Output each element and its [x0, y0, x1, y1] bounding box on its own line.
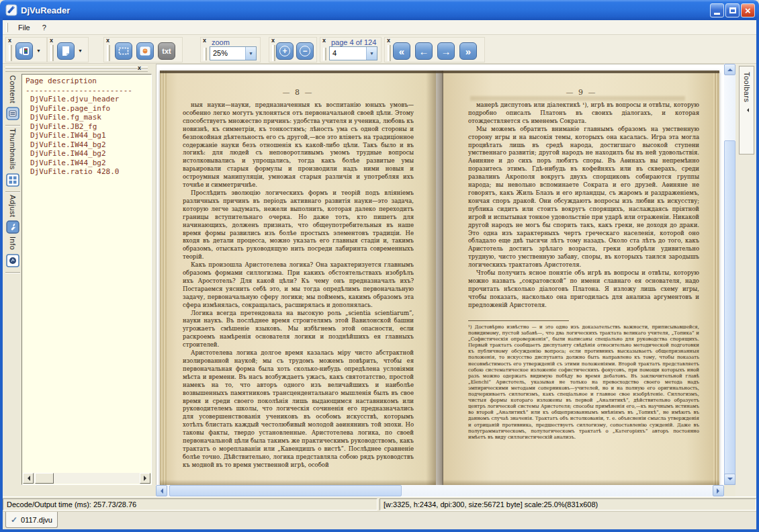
toolbar-close-icon[interactable]: x: [271, 38, 275, 44]
menu-file[interactable]: File: [12, 21, 36, 34]
viewer-vscrollbar[interactable]: [724, 64, 735, 485]
document-viewer[interactable]: — 8 — ныя науки—науки, предназначенныя к…: [156, 64, 724, 485]
scroll-down-button[interactable]: [724, 474, 735, 485]
maximize-icon: [729, 7, 736, 13]
scroll-up-button[interactable]: [724, 64, 735, 75]
toolbar-grip[interactable]: [388, 45, 391, 61]
toolbar-grip[interactable]: [50, 45, 54, 61]
page-combo-dropdown-icon[interactable]: ▼: [366, 47, 377, 60]
scroll-thumb[interactable]: [35, 473, 54, 484]
toolbar-navigation: x « ← → »: [384, 37, 485, 62]
zoom-out-icon: −: [300, 46, 310, 56]
view-mode-button[interactable]: [15, 42, 33, 60]
minimize-button[interactable]: [710, 3, 724, 17]
page-bottom-edge: [443, 480, 719, 485]
panel-item[interactable]: DjVuFile.djvu_header: [26, 95, 150, 104]
tab-separator: [5, 191, 20, 193]
panel-title: Page description: [26, 77, 150, 86]
title-bar[interactable]: DjVuReader ×: [0, 0, 759, 20]
right-strip: Toolbars: [735, 64, 756, 496]
adjust-wrench-icon[interactable]: [6, 220, 19, 234]
viewer-hscrollbar[interactable]: [156, 485, 724, 496]
document-tab[interactable]: ✓ 0117.djvu: [5, 512, 58, 528]
toolbar-page-number: x page 4 of 124 4 ▼: [320, 37, 382, 62]
panel-item[interactable]: DjVuFile.ratio 428.0: [26, 167, 150, 177]
tab-adjust[interactable]: Adjust: [9, 195, 17, 218]
page-value: 4: [330, 47, 366, 60]
page-combo[interactable]: 4 ▼: [329, 46, 377, 60]
page-bottom-edge: [160, 480, 436, 485]
paragraph: Логика всегда претендовала на высокую ро…: [183, 310, 414, 350]
toolbars-tab[interactable]: Toolbars: [739, 66, 754, 154]
toolbar-close-icon[interactable]: x: [8, 38, 11, 44]
scroll-right-button[interactable]: [140, 473, 150, 484]
paragraph: ныя науки—науки, предназначенныя къ восп…: [183, 101, 414, 189]
panel-item[interactable]: DjVuFile.IW44_bg2: [26, 159, 150, 168]
toolbar-grip[interactable]: [204, 48, 207, 60]
info-icon[interactable]: [6, 254, 19, 267]
panel-item[interactable]: DjVuFile.page_info: [26, 104, 150, 114]
panel-item[interactable]: DjVuFile.IW44_bg2: [26, 149, 150, 159]
first-page-button[interactable]: «: [393, 42, 410, 60]
next-page-button[interactable]: →: [437, 42, 455, 60]
toolbar-grip[interactable]: [107, 45, 110, 61]
book-page-right: — 9 — манерѣ диспутовъ или діалектикѣ ¹)…: [443, 71, 719, 485]
menu-help[interactable]: ?: [36, 21, 52, 34]
page-text-right: манерѣ диспутовъ или діалектикѣ ¹), игрѣ…: [468, 101, 699, 310]
toolbar-grip[interactable]: [272, 45, 275, 61]
status-page-info: [w:3325, h:2434, dpi:300, size:56721 byt…: [380, 498, 756, 511]
toolbar-grip[interactable]: [323, 48, 326, 60]
panel-item[interactable]: DjVuFile.IW44_bg1: [26, 131, 150, 140]
panel-item[interactable]: DjVuFile.JB2_fg: [26, 122, 150, 132]
sidebar-grip[interactable]: [5, 66, 148, 72]
content-icon[interactable]: [6, 107, 19, 120]
scroll-right-button[interactable]: [713, 485, 724, 496]
scroll-left-button[interactable]: [156, 485, 167, 496]
zoom-out-button[interactable]: −: [296, 42, 314, 60]
app-icon: [5, 4, 17, 16]
toolbar-close-icon[interactable]: x: [106, 38, 109, 44]
zoom-value: 25%: [210, 47, 245, 60]
single-page-button[interactable]: [57, 42, 75, 60]
first-page-icon: «: [399, 46, 404, 56]
panel-item[interactable]: DjVuFile.fg_mask: [26, 113, 150, 122]
toolbar-close-icon[interactable]: x: [387, 38, 390, 44]
toolbar-close-icon[interactable]: x: [50, 38, 53, 44]
tab-content[interactable]: Content: [9, 75, 17, 103]
zoom-combo[interactable]: 25% ▼: [210, 46, 257, 60]
sidebar-close-icon[interactable]: x: [138, 64, 141, 71]
paragraph: Прослѣдить эволюцію логическихъ формъ и …: [183, 189, 414, 261]
book-page-left: — 8 — ныя науки—науки, предназначенныя к…: [160, 71, 436, 485]
tab-thumbnails[interactable]: Thumbnails: [9, 128, 17, 170]
page-layout-dropdown-icon[interactable]: ▼: [78, 48, 83, 53]
status-decode-time: Decode/Output time (ms): 257.73/28.76: [3, 498, 377, 511]
last-page-button[interactable]: »: [459, 42, 477, 60]
paragraph: Какъ произошла Аристотелева логика? Она …: [183, 261, 414, 309]
app-window: DjVuReader × File ? x: [0, 0, 759, 532]
menu-grip[interactable]: [6, 23, 8, 32]
view-mode-dropdown-icon[interactable]: ▼: [36, 48, 41, 53]
thumbnails-icon[interactable]: [6, 173, 19, 187]
select-rectangle-icon: [118, 45, 130, 57]
close-button[interactable]: ×: [741, 3, 755, 17]
text-mode-button[interactable]: txt: [158, 42, 175, 60]
scroll-left-button[interactable]: [23, 473, 34, 484]
window-controls: ×: [710, 3, 755, 17]
tab-info[interactable]: Info: [9, 236, 17, 250]
toolbar-grip[interactable]: [9, 45, 12, 61]
image-mode-button[interactable]: [136, 42, 154, 60]
select-rectangle-button[interactable]: [115, 42, 132, 60]
arrow-left-icon: [25, 476, 30, 481]
panel-separator: ------------------------: [26, 86, 150, 95]
sidebar-hscrollbar[interactable]: [23, 473, 150, 484]
zoom-combo-dropdown-icon[interactable]: ▼: [245, 47, 256, 60]
hscroll-thumb[interactable]: [169, 485, 402, 496]
maximize-button[interactable]: [725, 3, 740, 17]
panel-item[interactable]: DjVuFile.IW44_bg2: [26, 140, 150, 150]
previous-page-button[interactable]: ←: [415, 42, 433, 60]
page-stack-edges: [713, 71, 719, 485]
zoom-in-button[interactable]: +: [276, 42, 294, 60]
view-mode-icon: [18, 45, 30, 57]
toolbar-close-icon[interactable]: x: [203, 38, 206, 44]
toolbar-close-icon[interactable]: x: [322, 38, 326, 44]
